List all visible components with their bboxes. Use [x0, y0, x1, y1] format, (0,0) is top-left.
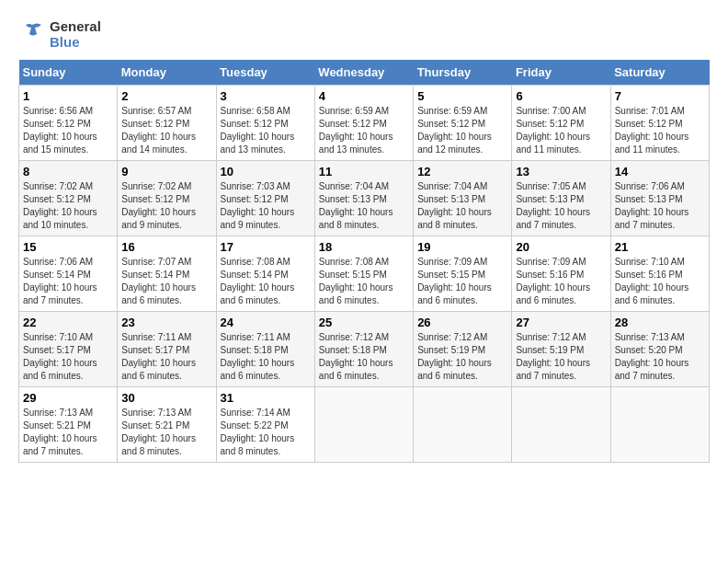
calendar-week-2: 8Sunrise: 7:02 AM Sunset: 5:12 PM Daylig…: [19, 160, 710, 236]
calendar-cell-18: 18Sunrise: 7:08 AM Sunset: 5:15 PM Dayli…: [314, 236, 413, 311]
calendar-header-row: SundayMondayTuesdayWednesdayThursdayFrid…: [19, 60, 710, 86]
calendar-cell-15: 15Sunrise: 7:06 AM Sunset: 5:14 PM Dayli…: [19, 236, 118, 311]
logo-bird-icon: [18, 20, 46, 48]
day-number: 25: [319, 316, 409, 329]
calendar-cell-4: 4Sunrise: 6:59 AM Sunset: 5:12 PM Daylig…: [314, 85, 413, 160]
day-info: Sunrise: 7:13 AM Sunset: 5:21 PM Dayligh…: [23, 407, 113, 458]
calendar-cell-empty: [314, 386, 413, 462]
day-info: Sunrise: 7:11 AM Sunset: 5:17 PM Dayligh…: [121, 331, 211, 383]
day-number: 27: [516, 316, 606, 329]
day-info: Sunrise: 7:00 AM Sunset: 5:12 PM Dayligh…: [516, 105, 606, 156]
day-info: Sunrise: 7:03 AM Sunset: 5:12 PM Dayligh…: [221, 180, 311, 232]
day-info: Sunrise: 6:59 AM Sunset: 5:12 PM Dayligh…: [319, 105, 409, 156]
day-number: 26: [417, 316, 507, 329]
day-number: 6: [516, 89, 606, 103]
day-number: 23: [121, 316, 211, 329]
day-number: 3: [221, 89, 311, 103]
calendar-cell-29: 29Sunrise: 7:13 AM Sunset: 5:21 PM Dayli…: [19, 386, 118, 462]
day-number: 7: [615, 89, 705, 103]
day-number: 2: [121, 89, 211, 103]
calendar-cell-3: 3Sunrise: 6:58 AM Sunset: 5:12 PM Daylig…: [216, 85, 314, 160]
calendar-cell-1: 1Sunrise: 6:56 AM Sunset: 5:12 PM Daylig…: [19, 85, 118, 160]
day-number: 1: [23, 89, 113, 103]
day-number: 21: [615, 240, 705, 254]
day-info: Sunrise: 7:12 AM Sunset: 5:19 PM Dayligh…: [516, 331, 606, 383]
day-info: Sunrise: 7:10 AM Sunset: 5:16 PM Dayligh…: [615, 256, 705, 307]
calendar-body: 1Sunrise: 6:56 AM Sunset: 5:12 PM Daylig…: [19, 85, 710, 462]
day-info: Sunrise: 6:56 AM Sunset: 5:12 PM Dayligh…: [23, 105, 113, 156]
day-number: 19: [417, 240, 507, 254]
day-info: Sunrise: 6:58 AM Sunset: 5:12 PM Dayligh…: [221, 105, 311, 156]
day-info: Sunrise: 6:57 AM Sunset: 5:12 PM Dayligh…: [121, 105, 211, 156]
day-info: Sunrise: 7:04 AM Sunset: 5:13 PM Dayligh…: [417, 180, 507, 232]
calendar-cell-empty: [610, 386, 709, 462]
day-number: 13: [516, 165, 606, 178]
day-info: Sunrise: 7:12 AM Sunset: 5:18 PM Dayligh…: [319, 331, 409, 383]
day-info: Sunrise: 7:09 AM Sunset: 5:16 PM Dayligh…: [516, 256, 606, 307]
column-header-sunday: Sunday: [19, 60, 118, 86]
calendar-cell-14: 14Sunrise: 7:06 AM Sunset: 5:13 PM Dayli…: [610, 160, 709, 236]
day-info: Sunrise: 7:02 AM Sunset: 5:12 PM Dayligh…: [23, 180, 113, 232]
column-header-monday: Monday: [118, 60, 216, 86]
day-number: 17: [221, 240, 311, 254]
calendar-cell-17: 17Sunrise: 7:08 AM Sunset: 5:14 PM Dayli…: [216, 236, 314, 311]
calendar-cell-25: 25Sunrise: 7:12 AM Sunset: 5:18 PM Dayli…: [314, 311, 413, 386]
day-number: 11: [319, 165, 409, 178]
day-info: Sunrise: 7:11 AM Sunset: 5:18 PM Dayligh…: [221, 331, 311, 383]
logo: General Blue: [18, 18, 101, 51]
day-info: Sunrise: 7:04 AM Sunset: 5:13 PM Dayligh…: [319, 180, 409, 232]
day-info: Sunrise: 7:05 AM Sunset: 5:13 PM Dayligh…: [516, 180, 606, 232]
day-number: 24: [221, 316, 311, 329]
day-info: Sunrise: 7:08 AM Sunset: 5:14 PM Dayligh…: [221, 256, 311, 307]
calendar-table: SundayMondayTuesdayWednesdayThursdayFrid…: [18, 60, 710, 463]
calendar-cell-20: 20Sunrise: 7:09 AM Sunset: 5:16 PM Dayli…: [512, 236, 610, 311]
calendar-cell-22: 22Sunrise: 7:10 AM Sunset: 5:17 PM Dayli…: [19, 311, 118, 386]
calendar-cell-empty: [512, 386, 610, 462]
day-number: 5: [417, 89, 507, 103]
calendar-cell-19: 19Sunrise: 7:09 AM Sunset: 5:15 PM Dayli…: [414, 236, 512, 311]
calendar-week-5: 29Sunrise: 7:13 AM Sunset: 5:21 PM Dayli…: [19, 386, 710, 462]
day-number: 9: [121, 165, 211, 178]
day-number: 4: [319, 89, 409, 103]
calendar-cell-31: 31Sunrise: 7:14 AM Sunset: 5:22 PM Dayli…: [216, 386, 314, 462]
day-info: Sunrise: 7:13 AM Sunset: 5:21 PM Dayligh…: [121, 407, 211, 458]
day-info: Sunrise: 7:01 AM Sunset: 5:12 PM Dayligh…: [615, 105, 705, 156]
column-header-thursday: Thursday: [414, 60, 512, 86]
logo-blue-text: Blue: [50, 34, 101, 50]
calendar-cell-6: 6Sunrise: 7:00 AM Sunset: 5:12 PM Daylig…: [512, 85, 610, 160]
day-info: Sunrise: 7:02 AM Sunset: 5:12 PM Dayligh…: [121, 180, 211, 232]
calendar-cell-13: 13Sunrise: 7:05 AM Sunset: 5:13 PM Dayli…: [512, 160, 610, 236]
day-number: 30: [121, 391, 211, 405]
day-number: 28: [615, 316, 705, 329]
calendar-cell-16: 16Sunrise: 7:07 AM Sunset: 5:14 PM Dayli…: [118, 236, 216, 311]
day-info: Sunrise: 7:10 AM Sunset: 5:17 PM Dayligh…: [23, 331, 113, 383]
calendar-cell-30: 30Sunrise: 7:13 AM Sunset: 5:21 PM Dayli…: [118, 386, 216, 462]
day-number: 29: [23, 391, 113, 405]
day-number: 18: [319, 240, 409, 254]
calendar-cell-21: 21Sunrise: 7:10 AM Sunset: 5:16 PM Dayli…: [610, 236, 709, 311]
day-number: 16: [121, 240, 211, 254]
logo-general-text: General: [50, 18, 101, 34]
column-header-friday: Friday: [512, 60, 610, 86]
calendar-cell-11: 11Sunrise: 7:04 AM Sunset: 5:13 PM Dayli…: [314, 160, 413, 236]
day-number: 31: [221, 391, 311, 405]
logo-container: General Blue: [18, 18, 101, 51]
calendar-cell-9: 9Sunrise: 7:02 AM Sunset: 5:12 PM Daylig…: [118, 160, 216, 236]
calendar-week-1: 1Sunrise: 6:56 AM Sunset: 5:12 PM Daylig…: [19, 85, 710, 160]
calendar-cell-5: 5Sunrise: 6:59 AM Sunset: 5:12 PM Daylig…: [414, 85, 512, 160]
calendar-cell-26: 26Sunrise: 7:12 AM Sunset: 5:19 PM Dayli…: [414, 311, 512, 386]
calendar-cell-24: 24Sunrise: 7:11 AM Sunset: 5:18 PM Dayli…: [216, 311, 314, 386]
calendar-week-4: 22Sunrise: 7:10 AM Sunset: 5:17 PM Dayli…: [19, 311, 710, 386]
column-header-tuesday: Tuesday: [216, 60, 314, 86]
column-header-saturday: Saturday: [610, 60, 709, 86]
day-number: 8: [23, 165, 113, 178]
calendar-cell-8: 8Sunrise: 7:02 AM Sunset: 5:12 PM Daylig…: [19, 160, 118, 236]
calendar-cell-10: 10Sunrise: 7:03 AM Sunset: 5:12 PM Dayli…: [216, 160, 314, 236]
day-info: Sunrise: 7:06 AM Sunset: 5:13 PM Dayligh…: [615, 180, 705, 232]
day-info: Sunrise: 7:12 AM Sunset: 5:19 PM Dayligh…: [417, 331, 507, 383]
day-number: 14: [615, 165, 705, 178]
page-header: General Blue: [18, 18, 710, 51]
calendar-cell-27: 27Sunrise: 7:12 AM Sunset: 5:19 PM Dayli…: [512, 311, 610, 386]
day-number: 15: [23, 240, 113, 254]
day-number: 12: [417, 165, 507, 178]
